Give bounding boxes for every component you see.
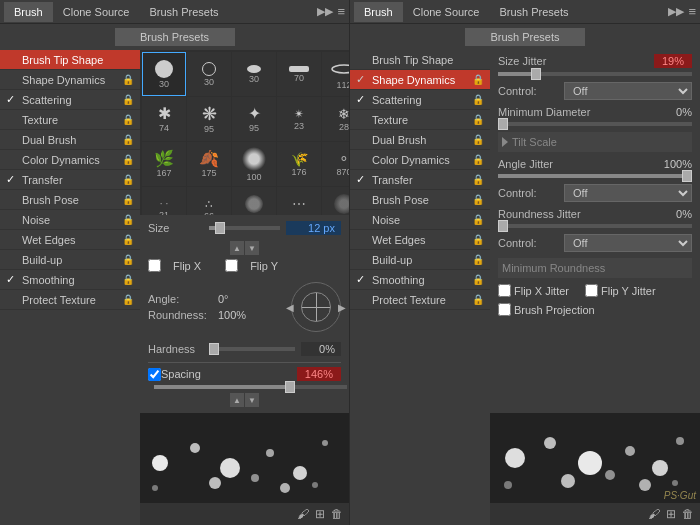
right-lock-11: 🔒 [472, 274, 484, 285]
brush-thumb-22[interactable]: 300 [322, 187, 349, 215]
size-slider-thumb[interactable] [215, 222, 225, 234]
brush-thumb-14[interactable]: 100 [232, 142, 276, 186]
size-slider[interactable] [209, 226, 280, 230]
brush-thumb-3[interactable]: 70 [277, 52, 321, 96]
brush-list-item-7[interactable]: Brush Pose 🔒 [0, 190, 140, 210]
bottom-icon-grid[interactable]: ⊞ [315, 507, 325, 521]
spacing-up[interactable]: ▲ [230, 393, 244, 407]
tab-menu-left[interactable]: ≡ [337, 4, 345, 19]
size-up-btn[interactable]: ▲ [230, 241, 244, 255]
control3-select[interactable]: Off Fade [564, 234, 692, 252]
right-bottom-icon-paint[interactable]: 🖌 [648, 507, 660, 521]
right-brush-item-5[interactable]: Color Dynamics 🔒 [350, 150, 490, 170]
flip-y-checkbox[interactable] [225, 259, 238, 272]
roundness-value: 100% [218, 309, 246, 321]
brush-list-item-0[interactable]: Brush Tip Shape [0, 50, 140, 70]
brush-projection-checkbox[interactable] [498, 303, 511, 316]
brush-thumb-20[interactable]: 300 [232, 187, 276, 215]
flip-x-jitter-checkbox[interactable] [498, 284, 511, 297]
bottom-icon-paint[interactable]: 🖌 [297, 507, 309, 521]
right-brush-item-0[interactable]: Brush Tip Shape [350, 50, 490, 70]
brush-list-item-4[interactable]: Dual Brush 🔒 [0, 130, 140, 150]
angle-jitter-slider[interactable] [498, 174, 692, 178]
brush-list-item-8[interactable]: Noise 🔒 [0, 210, 140, 230]
tab-brush-presets-right[interactable]: Brush Presets [489, 2, 578, 22]
right-brush-item-6[interactable]: ✓ Transfer 🔒 [350, 170, 490, 190]
spacing-thumb[interactable] [285, 381, 295, 393]
tab-brush-presets-left[interactable]: Brush Presets [139, 2, 228, 22]
right-brush-item-1[interactable]: ✓ Shape Dynamics 🔒 [350, 70, 490, 90]
brush-list-item-10[interactable]: Build-up 🔒 [0, 250, 140, 270]
brush-thumb-10[interactable]: ❄ 28 [322, 97, 349, 141]
right-tab-bar: Brush Clone Source Brush Presets ▶▶ ≡ [350, 0, 700, 24]
brush-thumb-9[interactable]: ✴ 23 [277, 97, 321, 141]
tab-clone-source-left[interactable]: Clone Source [53, 2, 140, 22]
spacing-down[interactable]: ▼ [245, 393, 259, 407]
right-brush-item-4[interactable]: Dual Brush 🔒 [350, 130, 490, 150]
size-jitter-thumb[interactable] [531, 68, 541, 80]
hardness-slider[interactable] [209, 347, 295, 351]
brush-thumb-7[interactable]: ❋ 95 [187, 97, 231, 141]
brush-list-item-6[interactable]: ✓ Transfer 🔒 [0, 170, 140, 190]
brush-list-item-5[interactable]: Color Dynamics 🔒 [0, 150, 140, 170]
brush-thumb-18[interactable]: · · 21 [142, 187, 186, 215]
brush-thumb-6[interactable]: ✱ 74 [142, 97, 186, 141]
angle-jitter-thumb[interactable] [682, 170, 692, 182]
flip-x-label: Flip X [173, 260, 201, 272]
brush-thumb-19[interactable]: ∴ 66 [187, 187, 231, 215]
tab-brush-left[interactable]: Brush [4, 2, 53, 22]
min-diameter-slider[interactable] [498, 122, 692, 126]
right-brush-item-11[interactable]: ✓ Smoothing 🔒 [350, 270, 490, 290]
spacing-checkbox[interactable] [148, 368, 161, 381]
right-brush-item-3[interactable]: Texture 🔒 [350, 110, 490, 130]
brush-list-item-9[interactable]: Wet Edges 🔒 [0, 230, 140, 250]
brush-thumb-4[interactable]: 112 [322, 52, 349, 96]
tab-clone-source-right[interactable]: Clone Source [403, 2, 490, 22]
control2-select[interactable]: Off Fade [564, 184, 692, 202]
tab-menu-right[interactable]: ≡ [688, 4, 696, 19]
brush-thumb-13[interactable]: 🍂 175 [187, 142, 231, 186]
brush-list-item-1[interactable]: Shape Dynamics 🔒 [0, 70, 140, 90]
brush-list-item-11[interactable]: ✓ Smoothing 🔒 [0, 270, 140, 290]
brush-thumb-21[interactable]: ⋯ 80 [277, 187, 321, 215]
angle-diagram[interactable]: ▶ ◀ [291, 282, 341, 332]
brush-thumb-12[interactable]: 🌿 167 [142, 142, 186, 186]
min-diameter-thumb[interactable] [498, 118, 508, 130]
right-brush-item-10[interactable]: Build-up 🔒 [350, 250, 490, 270]
lock-6: 🔒 [122, 174, 134, 185]
tab-brush-right[interactable]: Brush [354, 2, 403, 22]
right-brush-item-9[interactable]: Wet Edges 🔒 [350, 230, 490, 250]
size-down-btn[interactable]: ▼ [245, 241, 259, 255]
right-brush-item-2[interactable]: ✓ Scattering 🔒 [350, 90, 490, 110]
brush-thumb-8[interactable]: ✦ 95 [232, 97, 276, 141]
tab-arrows-right[interactable]: ▶▶ [668, 5, 684, 18]
brush-list-label-1: Shape Dynamics [22, 74, 105, 86]
right-brush-item-8[interactable]: Noise 🔒 [350, 210, 490, 230]
right-check-6: ✓ [356, 173, 368, 186]
roundness-jitter-thumb[interactable] [498, 220, 508, 232]
hardness-thumb[interactable] [209, 343, 219, 355]
brush-list-item-3[interactable]: Texture 🔒 [0, 110, 140, 130]
bottom-icon-trash[interactable]: 🗑 [331, 507, 343, 521]
brush-thumb-1[interactable]: 30 [187, 52, 231, 96]
brush-thumb-15[interactable]: 🌾 176 [277, 142, 321, 186]
brush-thumb-2[interactable]: 30 [232, 52, 276, 96]
brush-list-item-2[interactable]: ✓ Scattering 🔒 [0, 90, 140, 110]
flip-y-jitter-checkbox[interactable] [585, 284, 598, 297]
control1-select[interactable]: Off Fade Pen Pressure [564, 82, 692, 100]
roundness-label: Roundness: [148, 309, 218, 321]
brush-list-item-12[interactable]: Protect Texture 🔒 [0, 290, 140, 310]
roundness-jitter-slider[interactable] [498, 224, 692, 228]
brush-thumb-0[interactable]: 30 [142, 52, 186, 96]
right-brush-item-7[interactable]: Brush Pose 🔒 [350, 190, 490, 210]
spacing-slider[interactable] [154, 385, 347, 389]
flip-x-checkbox[interactable] [148, 259, 161, 272]
brush-presets-btn-right[interactable]: Brush Presets [465, 28, 585, 46]
right-bottom-icon-grid[interactable]: ⊞ [666, 507, 676, 521]
right-bottom-icon-trash[interactable]: 🗑 [682, 507, 694, 521]
right-brush-item-12[interactable]: Protect Texture 🔒 [350, 290, 490, 310]
tab-arrows-left[interactable]: ▶▶ [317, 5, 333, 18]
brush-presets-btn-left[interactable]: Brush Presets [115, 28, 235, 46]
brush-thumb-16[interactable]: ⚬ 870 [322, 142, 349, 186]
size-jitter-slider[interactable] [498, 72, 692, 76]
